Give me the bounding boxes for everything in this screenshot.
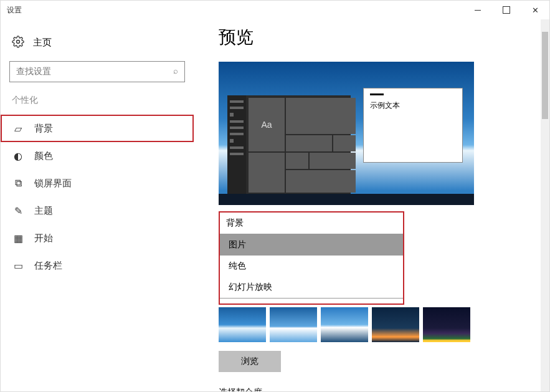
sidebar-item-label: 颜色: [34, 150, 53, 162]
sidebar-item-label: 任务栏: [34, 260, 62, 272]
preview-start-menu: Aa: [227, 95, 351, 194]
sidebar-item-lockscreen[interactable]: ⧉ 锁屏界面: [1, 170, 194, 197]
background-label: 背景: [220, 216, 403, 234]
sidebar-item-themes[interactable]: ✎ 主题: [1, 197, 194, 224]
sidebar-item-background[interactable]: ▱ 背景: [1, 115, 194, 142]
recent-image-thumb[interactable]: [321, 307, 368, 342]
nav-list: ▱ 背景 ◐ 颜色 ⧉ 锁屏界面 ✎ 主题 ▦ 开始: [1, 115, 194, 279]
sidebar-item-label: 主题: [34, 205, 53, 217]
start-icon: ▦: [12, 232, 24, 244]
search-placeholder: 查找设置: [16, 66, 51, 77]
home-label: 主页: [33, 37, 52, 49]
sidebar-item-taskbar[interactable]: ▭ 任务栏: [1, 252, 194, 279]
window-title: 设置: [7, 5, 22, 16]
recent-image-thumb[interactable]: [219, 307, 266, 342]
main-panel: 预览 Aa: [194, 19, 549, 391]
preview-sample-window: 示例文本: [363, 88, 463, 163]
sidebar-item-colors[interactable]: ◐ 颜色: [1, 142, 194, 170]
desktop-preview: Aa 示例文本: [219, 62, 474, 205]
taskbar-icon: ▭: [12, 260, 24, 272]
section-label: 个性化: [1, 95, 194, 115]
recent-image-thumb[interactable]: [372, 307, 419, 342]
search-icon: ⌕: [173, 66, 178, 75]
sample-text: 示例文本: [370, 101, 400, 110]
recent-image-thumb[interactable]: [270, 307, 317, 342]
background-options: 图片 纯色 幻灯片放映: [220, 234, 403, 299]
page-title: 预览: [219, 26, 537, 49]
sidebar-item-start[interactable]: ▦ 开始: [1, 224, 194, 252]
image-icon: ▱: [12, 123, 24, 135]
gear-icon: [12, 36, 24, 50]
theme-icon: ✎: [12, 205, 24, 217]
browse-button[interactable]: 浏览: [219, 351, 281, 372]
recent-image-thumb[interactable]: [423, 307, 470, 342]
scrollbar[interactable]: [541, 19, 549, 391]
palette-icon: ◐: [12, 150, 24, 162]
background-option-solid[interactable]: 纯色: [220, 256, 403, 277]
home-link[interactable]: 主页: [1, 32, 194, 61]
maximize-button[interactable]: [492, 1, 521, 19]
preview-tile-aa: Aa: [249, 98, 285, 151]
close-button[interactable]: [521, 1, 549, 19]
background-option-picture[interactable]: 图片: [220, 234, 403, 256]
sidebar: 主页 查找设置 ⌕ 个性化 ▱ 背景 ◐ 颜色 ⧉ 锁屏界面: [1, 19, 194, 391]
svg-point-0: [17, 41, 20, 44]
background-option-slideshow[interactable]: 幻灯片放映: [220, 277, 403, 298]
minimize-button[interactable]: [463, 1, 492, 19]
sidebar-item-label: 开始: [34, 232, 53, 244]
sidebar-item-label: 背景: [34, 123, 53, 135]
scrollbar-thumb[interactable]: [542, 32, 548, 119]
fit-label: 选择契合度: [219, 387, 537, 391]
background-dropdown-section: 背景 图片 纯色 幻灯片放映: [219, 211, 404, 305]
recent-images: [219, 307, 537, 342]
search-input[interactable]: 查找设置 ⌕: [9, 61, 185, 82]
settings-window: 设置 主页 查找设置 ⌕ 个性化 ▱ 背景: [0, 0, 550, 392]
lockscreen-icon: ⧉: [12, 178, 24, 189]
preview-taskbar: [219, 194, 474, 205]
sidebar-item-label: 锁屏界面: [34, 178, 72, 189]
titlebar: 设置: [1, 1, 549, 19]
